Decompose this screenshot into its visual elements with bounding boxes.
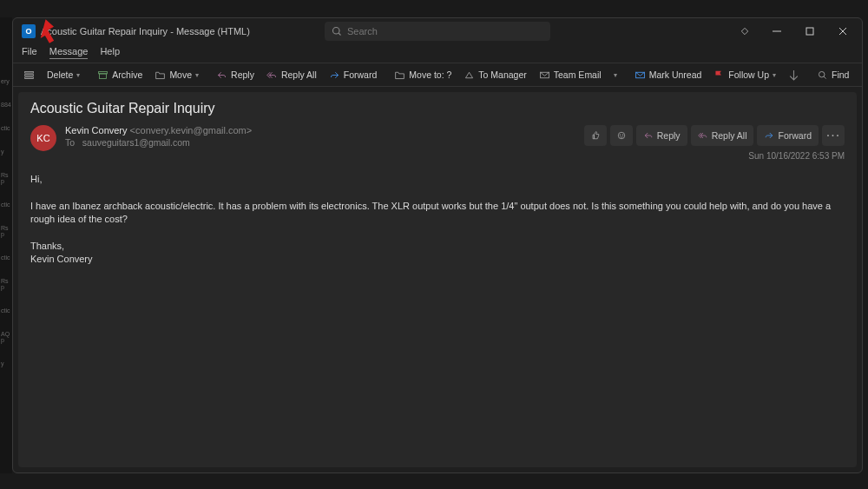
maximize-button[interactable] bbox=[794, 20, 825, 43]
move-to-icon bbox=[394, 69, 405, 81]
message-window: O Acoustic Guitar Repair Inquiry - Messa… bbox=[12, 17, 863, 473]
svg-rect-8 bbox=[25, 74, 34, 76]
delete-button[interactable]: Delete▾ bbox=[42, 67, 85, 83]
close-button[interactable] bbox=[827, 20, 858, 43]
email-header: KC Kevin Convery <convery.kevin@gmail.co… bbox=[30, 125, 845, 161]
mail-icon bbox=[539, 69, 550, 81]
delete-label: Delete bbox=[47, 69, 73, 80]
mark-unread-button[interactable]: Mark Unread bbox=[629, 67, 707, 83]
message-pane: Acoustic Guitar Repair Inquiry KC Kevin … bbox=[18, 92, 857, 467]
svg-line-1 bbox=[339, 33, 340, 35]
email-body: Hi, I have an Ibanez archback acoustic/e… bbox=[30, 173, 845, 267]
move-to-button[interactable]: Move to: ? bbox=[389, 67, 457, 83]
svg-point-22 bbox=[622, 135, 623, 135]
svg-line-15 bbox=[824, 76, 825, 78]
sender-name: Kevin Convery bbox=[65, 125, 128, 135]
svg-rect-7 bbox=[25, 71, 34, 73]
archive-button[interactable]: Archive bbox=[92, 67, 148, 83]
global-search[interactable] bbox=[325, 22, 550, 41]
to-line: To sauveguitars1@gmail.com bbox=[65, 137, 252, 148]
header-forward-button[interactable]: Forward bbox=[757, 125, 819, 146]
archive-icon bbox=[97, 69, 108, 81]
svg-point-20 bbox=[618, 132, 625, 139]
forward-icon bbox=[329, 69, 340, 81]
header-reply-all-button[interactable]: Reply All bbox=[691, 125, 754, 146]
search-icon bbox=[332, 26, 342, 36]
tags-more[interactable] bbox=[783, 67, 805, 83]
ribbon-dropdown[interactable] bbox=[18, 67, 40, 83]
reply-all-button[interactable]: Reply All bbox=[261, 67, 322, 83]
search-icon bbox=[861, 69, 862, 81]
sender-email: <convery.kevin@gmail.com> bbox=[130, 125, 253, 135]
svg-rect-2 bbox=[741, 28, 747, 34]
ribbon: Delete▾ Archive Move▾ Reply Reply All Fo… bbox=[13, 63, 862, 87]
follow-up-button[interactable]: Follow Up▾ bbox=[708, 67, 781, 83]
recipient: sauveguitars1@gmail.com bbox=[82, 137, 190, 148]
reply-icon bbox=[216, 69, 227, 81]
svg-rect-9 bbox=[25, 76, 34, 78]
quicksteps-more[interactable]: ▾ bbox=[608, 69, 622, 82]
coming-soon-icon[interactable] bbox=[739, 25, 751, 37]
team-email-button[interactable]: Team Email bbox=[534, 67, 607, 83]
header-reply-button[interactable]: Reply bbox=[636, 125, 687, 146]
email-subject: Acoustic Guitar Repair Inquiry bbox=[30, 101, 845, 116]
svg-point-21 bbox=[620, 135, 621, 135]
menu-help[interactable]: Help bbox=[100, 44, 120, 59]
search-button[interactable]: Search bbox=[856, 67, 862, 83]
find-button[interactable]: Find bbox=[812, 67, 854, 83]
reply-all-icon bbox=[266, 69, 278, 81]
like-button[interactable] bbox=[584, 125, 607, 146]
manager-icon bbox=[464, 69, 475, 81]
header-more-button[interactable]: ··· bbox=[822, 125, 845, 146]
svg-rect-11 bbox=[100, 73, 107, 78]
svg-point-0 bbox=[333, 28, 340, 35]
window-title: Acoustic Guitar Repair Inquiry - Message… bbox=[41, 26, 250, 36]
app-icon: O bbox=[22, 24, 36, 38]
search-input[interactable] bbox=[347, 26, 543, 36]
svg-point-14 bbox=[819, 71, 825, 77]
minimize-button[interactable] bbox=[761, 20, 792, 43]
react-button[interactable] bbox=[610, 125, 633, 146]
reply-button[interactable]: Reply bbox=[211, 67, 260, 83]
to-manager-button[interactable]: To Manager bbox=[458, 67, 531, 83]
flag-icon bbox=[713, 69, 725, 81]
folder-icon bbox=[155, 69, 166, 81]
find-icon bbox=[817, 69, 828, 81]
menubar: File Message Help bbox=[13, 44, 862, 63]
titlebar: O Acoustic Guitar Repair Inquiry - Messa… bbox=[13, 18, 862, 44]
menu-file[interactable]: File bbox=[22, 44, 37, 59]
envelope-icon bbox=[635, 69, 646, 81]
sidebar-sliver: ery 884 ctic y Rsp ctic Rsp ctic Rsp cti… bbox=[0, 17, 12, 473]
from-line: Kevin Convery <convery.kevin@gmail.com> bbox=[65, 125, 252, 135]
email-date: Sun 10/16/2022 6:53 PM bbox=[748, 151, 845, 161]
forward-button[interactable]: Forward bbox=[324, 67, 383, 83]
menu-message[interactable]: Message bbox=[49, 44, 89, 59]
svg-rect-4 bbox=[806, 28, 813, 35]
move-button[interactable]: Move▾ bbox=[149, 67, 204, 83]
sender-avatar[interactable]: KC bbox=[30, 125, 56, 151]
